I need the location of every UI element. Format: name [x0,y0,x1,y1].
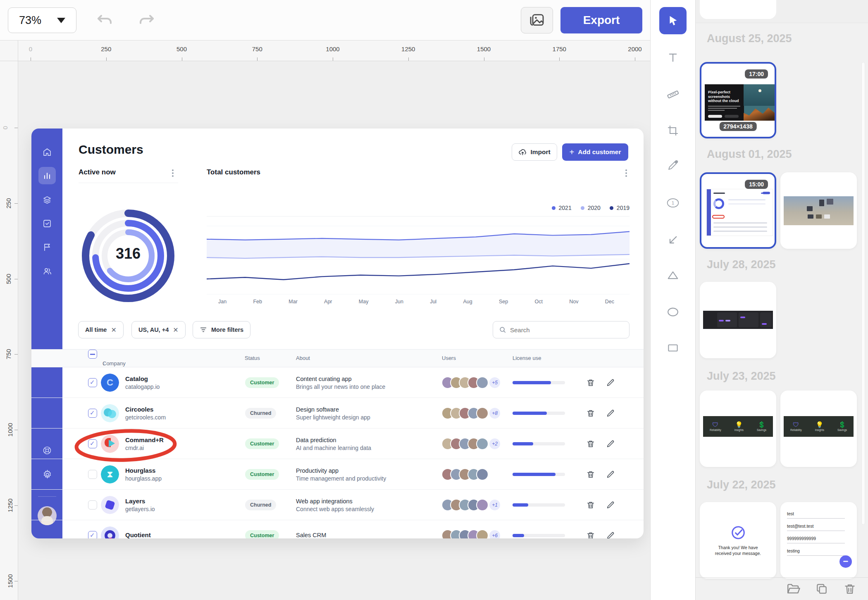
row-checkbox[interactable] [88,500,97,510]
check-square-icon [42,219,52,229]
sort-descending-icon[interactable]: ↓ [103,360,105,367]
redo-button[interactable] [137,12,155,28]
home-icon [42,147,52,157]
table-row[interactable]: Circoolesgetcirooles.comChurnedDesign so… [31,398,644,429]
ruler-label: 500 [5,274,12,284]
history-thumbnail-aug25[interactable]: 17:00 Pixel-perfect screenshots without … [700,62,776,138]
about-cell: Content curating appBrings all your news… [296,375,385,390]
close-icon[interactable]: ✕ [173,326,178,334]
history-thumbnail-jul23-b[interactable]: 🛡Reliability 💡Insights 💲Savings [780,390,857,467]
tool-text[interactable] [659,44,687,71]
history-thumbnail-jul22-form[interactable]: test test@test.test 999999999999 testing [780,502,857,579]
open-folder-icon[interactable] [786,582,800,596]
history-thumbnail-jul22-thankyou[interactable]: Thank you! We have received your message… [700,502,776,579]
tool-number-annotation[interactable]: 1 [659,189,687,217]
canvas-screenshot-image[interactable]: Customers Import + Add customer Active n… [31,129,644,538]
tool-triangle[interactable] [659,262,687,289]
zoom-level-select[interactable]: 73% [8,7,76,33]
history-thumbnail-jul28[interactable] [700,282,776,358]
status-badge: Churned [245,408,276,419]
select-all-checkbox[interactable] [88,350,97,359]
table-row[interactable]: QuotientCustomerSales CRM+6 [31,520,644,538]
add-image-button[interactable] [521,7,553,33]
row-checkbox[interactable] [88,409,97,418]
copy-icon[interactable] [815,582,828,595]
export-button[interactable]: Export [560,7,642,33]
thankyou-text: Thank you! We have received your message… [711,545,765,556]
delete-row-button[interactable] [586,439,595,448]
company-cell: Command+Rcmdr.ai [125,436,164,451]
history-thumbnail-aug01-selected[interactable]: 15:00 [700,172,776,249]
send-button [839,555,852,568]
license-progress [513,503,565,507]
status-badge: Customer [245,530,279,539]
table-row[interactable]: Layersgetlayers.ioChurnedWeb app integra… [31,490,644,520]
add-customer-button[interactable]: + Add customer [562,143,628,161]
total-customers-menu-button[interactable] [625,168,627,178]
column-status: Status [245,355,260,361]
filter-chip-regions[interactable]: US, AU, +4 ✕ [131,321,186,338]
editor-canvas[interactable]: Customers Import + Add customer Active n… [18,61,650,600]
edit-row-button[interactable] [606,470,615,479]
triangle-icon [667,269,679,281]
edit-row-button[interactable] [606,378,615,387]
delete-row-button[interactable] [586,378,595,387]
tool-select[interactable] [659,7,687,34]
trash-icon[interactable] [843,582,856,595]
row-checkbox[interactable] [88,531,97,539]
tool-measure[interactable] [659,81,687,108]
edit-row-button[interactable] [606,531,615,539]
delete-row-button[interactable] [586,470,595,479]
status-badge: Customer [245,438,279,449]
history-date: July 23, 2025 [707,370,776,383]
tool-draw[interactable] [659,152,687,179]
add-customer-label: Add customer [578,148,621,156]
cursor-arrow-icon [667,14,679,27]
import-button[interactable]: Import [512,143,557,161]
history-footer [696,577,868,600]
history-scrollbar[interactable] [861,62,865,525]
lightbulb-icon: 💡 [734,421,744,428]
sidebar-item-analytics[interactable] [38,167,56,184]
row-checkbox[interactable] [88,470,97,479]
tool-ellipse[interactable] [659,298,687,326]
tool-crop[interactable] [659,117,687,144]
edit-row-button[interactable] [606,500,615,510]
sidebar-item-flags[interactable] [38,238,56,256]
avatar [476,376,489,389]
search-input[interactable] [493,321,630,338]
filter-chip-label: All time [85,326,107,333]
month-label: Mar [289,299,298,305]
more-filters-button[interactable]: More filters [193,321,250,338]
history-date: July 28, 2025 [707,258,776,271]
close-icon[interactable]: ✕ [111,326,116,334]
delete-row-button[interactable] [586,500,595,510]
edit-row-button[interactable] [606,439,615,448]
sidebar-item-tasks[interactable] [38,215,56,232]
undo-button[interactable] [96,12,114,28]
sidebar-item-users[interactable] [38,262,56,280]
active-now-menu-button[interactable] [172,168,174,178]
sidebar-item-home[interactable] [38,143,56,161]
chart-month-axis: JanFebMarAprMayJunJulAugSepOctNovDec [218,299,614,305]
table-row[interactable]: Command+Rcmdr.aiCustomerData predictionA… [31,429,644,459]
delete-row-button[interactable] [586,409,595,418]
history-thumbnail-jul23-a[interactable]: 🛡Reliability 💡Insights 💲Savings [700,390,776,467]
delete-row-button[interactable] [586,531,595,539]
avatar [476,438,489,450]
history-thumbnail-partial[interactable] [700,0,776,19]
table-row[interactable]: ⧗Hourglasshourglass.appCustomerProductiv… [31,459,644,490]
sidebar-item-layers[interactable] [38,191,56,208]
size-badge: 2794×1438 [719,122,756,131]
chevron-down-icon [57,18,65,23]
history-thumbnail-aug01-desktop[interactable] [780,172,857,249]
tool-arrow[interactable] [659,226,687,254]
row-checkbox[interactable] [88,378,97,387]
extra-users-badge: +6 [489,529,501,539]
table-row[interactable]: CCatalogcatalogapp.ioCustomerContent cur… [31,367,644,398]
filter-chip-all-time[interactable]: All time ✕ [78,321,124,338]
canvas-area: 73% Export [0,0,650,600]
row-checkbox[interactable] [88,439,97,448]
tool-rectangle[interactable] [659,334,687,362]
edit-row-button[interactable] [606,409,615,418]
